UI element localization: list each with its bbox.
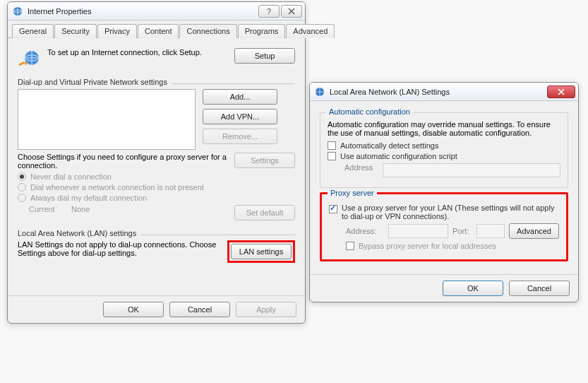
checkbox-label: Use automatic configuration script [340, 152, 457, 160]
advanced-button[interactable]: Advanced [509, 223, 559, 239]
radio-indicator [18, 172, 26, 181]
titlebar[interactable]: Local Area Network (LAN) Settings [310, 83, 578, 101]
checkbox-label: Use a proxy server for your LAN (These s… [342, 204, 559, 220]
divider [172, 83, 295, 84]
dialog-title: Internet Properties [28, 7, 257, 16]
cancel-button[interactable]: Cancel [509, 281, 570, 296]
current-label: Current [29, 205, 71, 213]
radio-never-dial: Never dial a connection [18, 172, 295, 181]
proxy-address-input[interactable] [388, 224, 448, 238]
apply-button: Apply [236, 302, 296, 317]
checkbox-indicator [328, 141, 336, 150]
radio-always-dial: Always dial my default connection [18, 194, 295, 202]
auto-config-text: Automatic configuration may override man… [328, 120, 560, 137]
check-auto-script[interactable]: Use automatic configuration script [328, 152, 560, 160]
close-button[interactable] [547, 86, 575, 98]
checkbox-indicator [346, 242, 354, 250]
radio-label: Dial whenever a network connection is no… [30, 183, 204, 192]
proxy-server-group: Proxy server Use a proxy server for your… [320, 192, 568, 261]
check-bypass-local[interactable]: Bypass proxy server for local addresses [346, 242, 559, 250]
tab-programs[interactable]: Programs [238, 24, 286, 38]
checkbox-indicator [329, 205, 337, 213]
internet-options-icon [314, 86, 325, 98]
cancel-button[interactable]: Cancel [169, 302, 230, 317]
lan-settings-dialog: Local Area Network (LAN) Settings Automa… [309, 82, 579, 302]
internet-options-icon [12, 6, 23, 17]
tab-connections[interactable]: Connections [179, 24, 236, 38]
setup-button[interactable]: Setup [234, 48, 295, 64]
checkbox-label: Bypass proxy server for local addresses [359, 242, 496, 250]
ok-button[interactable]: OK [103, 302, 164, 317]
radio-label: Always dial my default connection [30, 194, 147, 202]
proxy-address-label: Address: [346, 227, 384, 235]
settings-button: Settings [234, 153, 295, 168]
close-button[interactable] [281, 5, 302, 18]
tab-content[interactable]: Content [138, 24, 179, 38]
remove-button: Remove... [203, 129, 277, 144]
radio-indicator [18, 183, 26, 192]
current-value: None [71, 205, 234, 213]
radio-indicator [18, 194, 26, 202]
script-address-input [383, 163, 560, 177]
dialog-buttons: OK Cancel Apply [8, 295, 305, 323]
divider [140, 235, 295, 235]
tab-general[interactable]: General [12, 24, 54, 38]
lan-settings-button[interactable]: LAN settings [231, 244, 292, 259]
add-vpn-button[interactable]: Add VPN... [203, 109, 277, 124]
radio-label: Never dial a connection [30, 172, 112, 181]
lan-section-label: Local Area Network (LAN) settings [18, 229, 136, 237]
auto-config-group: Automatic configuration Automatic config… [320, 112, 568, 188]
tab-security[interactable]: Security [54, 24, 97, 38]
connections-listbox[interactable] [18, 89, 196, 150]
tab-pane-connections: To set up an Internet connection, click … [8, 38, 305, 295]
set-default-button: Set default [234, 205, 295, 220]
setup-text: To set up an Internet connection, click … [47, 48, 234, 57]
lan-text: LAN Settings do not apply to dial-up con… [18, 240, 227, 257]
checkbox-indicator [328, 152, 336, 160]
lan-pane: Automatic configuration Automatic config… [310, 101, 578, 274]
help-button[interactable]: ? [258, 5, 280, 18]
proxy-port-input[interactable] [476, 224, 505, 238]
tab-privacy[interactable]: Privacy [97, 24, 137, 38]
globe-connect-icon [18, 48, 40, 71]
svg-marker-4 [25, 62, 28, 66]
group-title: Proxy server [328, 189, 377, 197]
dial-section-label: Dial-up and Virtual Private Network sett… [18, 78, 167, 86]
address-label: Address [344, 163, 383, 172]
radio-dial-when-absent: Dial whenever a network connection is no… [18, 183, 295, 192]
add-button[interactable]: Add... [203, 89, 277, 105]
check-use-proxy[interactable]: Use a proxy server for your LAN (These s… [329, 204, 559, 220]
internet-properties-dialog: Internet Properties ? General Security P… [7, 1, 306, 324]
highlight-lan-settings: LAN settings [227, 240, 295, 263]
dialog-buttons: OK Cancel [310, 274, 578, 302]
group-title: Automatic configuration [326, 107, 413, 116]
proxy-port-label: Port: [452, 227, 472, 235]
ok-button[interactable]: OK [443, 281, 503, 296]
checkbox-label: Automatically detect settings [340, 141, 438, 150]
titlebar[interactable]: Internet Properties ? [8, 2, 305, 20]
check-auto-detect[interactable]: Automatically detect settings [328, 141, 560, 150]
dialog-title: Local Area Network (LAN) Settings [330, 88, 546, 96]
tab-advanced[interactable]: Advanced [286, 24, 335, 38]
settings-text: Choose Settings if you need to configure… [18, 153, 234, 170]
tab-strip: General Security Privacy Content Connect… [8, 20, 305, 38]
